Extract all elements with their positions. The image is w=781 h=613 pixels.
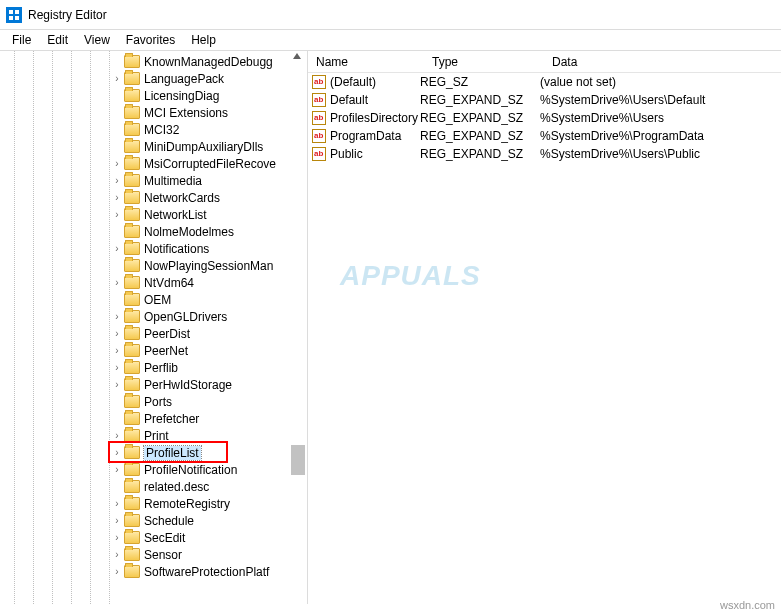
tree-item[interactable]: ›PeerNet	[110, 342, 307, 359]
folder-icon	[124, 89, 140, 102]
chevron-right-icon[interactable]: ›	[110, 447, 124, 458]
chevron-right-icon[interactable]: ›	[110, 515, 124, 526]
folder-icon	[124, 395, 140, 408]
chevron-right-icon[interactable]: ›	[110, 549, 124, 560]
tree-item-label: related.desc	[144, 480, 209, 494]
chevron-right-icon[interactable]: ›	[110, 158, 124, 169]
tree-item-label: NetworkList	[144, 208, 207, 222]
chevron-right-icon[interactable]: ›	[110, 277, 124, 288]
column-name[interactable]: Name	[308, 55, 424, 69]
tree-item-label: PeerNet	[144, 344, 188, 358]
tree-item[interactable]: KnownManagedDebugg	[110, 53, 307, 70]
menu-view[interactable]: View	[76, 31, 118, 49]
tree-item[interactable]: ›PerHwIdStorage	[110, 376, 307, 393]
chevron-right-icon[interactable]: ›	[110, 175, 124, 186]
menu-help[interactable]: Help	[183, 31, 224, 49]
list-row[interactable]: ProgramDataREG_EXPAND_SZ%SystemDrive%\Pr…	[308, 127, 781, 145]
chevron-right-icon[interactable]: ›	[110, 379, 124, 390]
tree-item[interactable]: ›Sensor	[110, 546, 307, 563]
tree-item[interactable]: ›OpenGLDrivers	[110, 308, 307, 325]
chevron-right-icon[interactable]: ›	[110, 430, 124, 441]
chevron-right-icon[interactable]: ›	[110, 566, 124, 577]
folder-icon	[124, 106, 140, 119]
tree-item[interactable]: NowPlayingSessionMan	[110, 257, 307, 274]
tree-item[interactable]: MCI Extensions	[110, 104, 307, 121]
tree-item[interactable]: ›Print	[110, 427, 307, 444]
chevron-right-icon[interactable]: ›	[110, 209, 124, 220]
tree-item[interactable]: ›PeerDist	[110, 325, 307, 342]
list-row[interactable]: PublicREG_EXPAND_SZ%SystemDrive%\Users\P…	[308, 145, 781, 163]
tree-item-label: ProfileNotification	[144, 463, 237, 477]
tree-item[interactable]: NolmeModelmes	[110, 223, 307, 240]
folder-icon	[124, 225, 140, 238]
chevron-right-icon[interactable]: ›	[110, 328, 124, 339]
menu-file[interactable]: File	[4, 31, 39, 49]
chevron-right-icon[interactable]: ›	[110, 532, 124, 543]
tree-item[interactable]: ›NtVdm64	[110, 274, 307, 291]
chevron-right-icon[interactable]: ›	[110, 498, 124, 509]
folder-icon	[124, 259, 140, 272]
tree-item[interactable]: Prefetcher	[110, 410, 307, 427]
chevron-right-icon[interactable]: ›	[110, 362, 124, 373]
tree-item-label: MiniDumpAuxiliaryDlls	[144, 140, 263, 154]
tree-item-label: Notifications	[144, 242, 209, 256]
tree-item[interactable]: ›NetworkList	[110, 206, 307, 223]
folder-icon	[124, 310, 140, 323]
tree-item[interactable]: ›LanguagePack	[110, 70, 307, 87]
tree-item[interactable]: ›Notifications	[110, 240, 307, 257]
tree-item-label: Ports	[144, 395, 172, 409]
titlebar: Registry Editor	[0, 0, 781, 30]
tree-item-label: NowPlayingSessionMan	[144, 259, 273, 273]
tree-item-label: LanguagePack	[144, 72, 224, 86]
folder-icon	[124, 514, 140, 527]
tree-item[interactable]: ›Multimedia	[110, 172, 307, 189]
tree-item[interactable]: ›MsiCorruptedFileRecove	[110, 155, 307, 172]
tree-item[interactable]: ›RemoteRegistry	[110, 495, 307, 512]
column-type[interactable]: Type	[424, 55, 544, 69]
tree-item[interactable]: related.desc	[110, 478, 307, 495]
reg-string-icon	[312, 75, 326, 89]
tree-item[interactable]: MiniDumpAuxiliaryDlls	[110, 138, 307, 155]
chevron-right-icon[interactable]: ›	[110, 464, 124, 475]
folder-icon	[124, 446, 140, 459]
list-row[interactable]: (Default)REG_SZ(value not set)	[308, 73, 781, 91]
source-label: wsxdn.com	[720, 599, 775, 611]
chevron-right-icon[interactable]: ›	[110, 345, 124, 356]
chevron-right-icon[interactable]: ›	[110, 243, 124, 254]
value-type: REG_EXPAND_SZ	[420, 111, 540, 125]
tree-item-label: SecEdit	[144, 531, 185, 545]
tree-item[interactable]: ›NetworkCards	[110, 189, 307, 206]
folder-icon	[124, 565, 140, 578]
folder-icon	[124, 55, 140, 68]
tree-item[interactable]: LicensingDiag	[110, 87, 307, 104]
tree-item-label: MsiCorruptedFileRecove	[144, 157, 276, 171]
tree-item[interactable]: Ports	[110, 393, 307, 410]
chevron-right-icon[interactable]: ›	[110, 73, 124, 84]
value-data: %SystemDrive%\Users\Public	[540, 147, 781, 161]
folder-icon	[124, 293, 140, 306]
tree-item-label: LicensingDiag	[144, 89, 219, 103]
column-data[interactable]: Data	[544, 55, 781, 69]
value-name: (Default)	[330, 75, 376, 89]
folder-icon	[124, 531, 140, 544]
tree-item[interactable]: MCI32	[110, 121, 307, 138]
folder-icon	[124, 378, 140, 391]
chevron-right-icon[interactable]: ›	[110, 311, 124, 322]
tree-item-label: Sensor	[144, 548, 182, 562]
menu-edit[interactable]: Edit	[39, 31, 76, 49]
tree-item[interactable]: ›SecEdit	[110, 529, 307, 546]
window-title: Registry Editor	[28, 8, 107, 22]
tree-item[interactable]: ›Schedule	[110, 512, 307, 529]
tree-panel[interactable]: KnownManagedDebugg›LanguagePackLicensing…	[0, 51, 308, 604]
menu-favorites[interactable]: Favorites	[118, 31, 183, 49]
list-panel[interactable]: Name Type Data (Default)REG_SZ(value not…	[308, 51, 781, 604]
tree-item[interactable]: ›ProfileList	[110, 444, 307, 461]
tree-item[interactable]: OEM	[110, 291, 307, 308]
list-row[interactable]: DefaultREG_EXPAND_SZ%SystemDrive%\Users\…	[308, 91, 781, 109]
tree-item[interactable]: ›SoftwareProtectionPlatf	[110, 563, 307, 580]
tree-item[interactable]: ›Perflib	[110, 359, 307, 376]
value-type: REG_EXPAND_SZ	[420, 93, 540, 107]
chevron-right-icon[interactable]: ›	[110, 192, 124, 203]
tree-item[interactable]: ›ProfileNotification	[110, 461, 307, 478]
list-row[interactable]: ProfilesDirectoryREG_EXPAND_SZ%SystemDri…	[308, 109, 781, 127]
